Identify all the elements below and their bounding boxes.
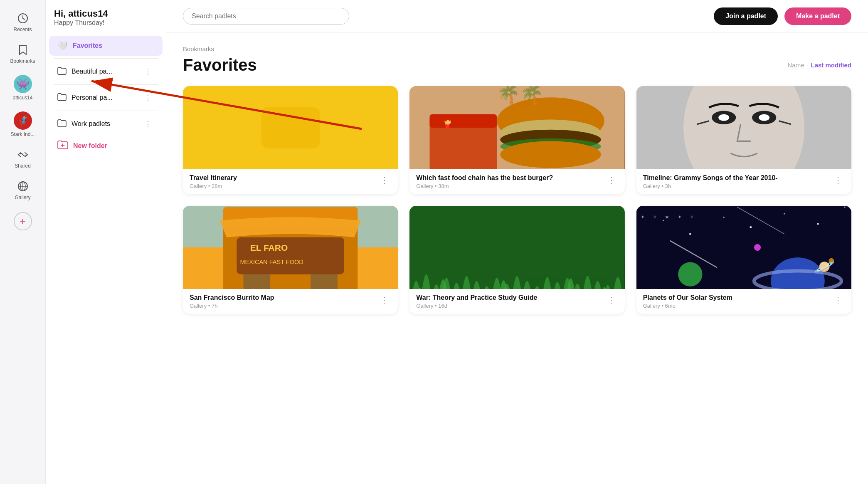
shared-label: Shared — [15, 163, 31, 169]
new-folder-icon — [57, 140, 68, 151]
padlet-info-burrito: San Francisco Burrito Map Gallery • 7h ⋮ — [183, 289, 398, 314]
favorites-label: Favorites — [73, 42, 154, 49]
svg-rect-11 — [430, 114, 497, 128]
svg-point-56 — [678, 262, 702, 286]
padlet-menu-burrito[interactable]: ⋮ — [378, 294, 391, 306]
padlet-menu-war[interactable]: ⋮ — [605, 294, 618, 306]
greeting-sub: Happy Thursday! — [54, 19, 158, 27]
padlet-menu-travel[interactable]: ⋮ — [378, 174, 391, 186]
padlet-card-fast-food[interactable]: 🍟 🌴🌴 Which fast food chain has the best … — [409, 86, 624, 194]
folder-divider-3 — [54, 111, 158, 111]
svg-point-59 — [829, 258, 834, 264]
breadcrumb: Bookmarks — [183, 45, 851, 52]
folder-divider-1 — [54, 58, 158, 59]
padlet-grid: Travel Itinerary Gallery • 28m ⋮ 🍟 — [183, 86, 851, 314]
padlet-name-war: War: Theory and Practice Study Guide — [416, 294, 537, 301]
sidebar-folders: Hi, atticus14 Happy Thursday! 🤍 Favorite… — [46, 0, 166, 484]
padlet-menu-grammy[interactable]: ⋮ — [831, 174, 845, 186]
folder-icon-beautiful — [57, 67, 67, 77]
new-folder-label: New folder — [73, 142, 107, 150]
stark-label: Stark Ind... — [10, 131, 35, 137]
sidebar-item-gallery[interactable]: Gallery — [4, 176, 42, 204]
svg-point-48 — [817, 223, 819, 225]
svg-text:MEXICAN FAST FOOD: MEXICAN FAST FOOD — [240, 259, 303, 265]
svg-rect-32 — [243, 274, 270, 289]
work-padlets-menu[interactable]: ⋮ — [142, 119, 154, 129]
padlet-info-war: War: Theory and Practice Study Guide Gal… — [409, 289, 624, 314]
padlet-info-travel: Travel Itinerary Gallery • 28m ⋮ — [183, 169, 398, 194]
svg-point-43 — [663, 220, 664, 221]
padlet-card-burrito[interactable]: EL FARO MEXICAN FAST FOOD San Francisco … — [183, 206, 398, 314]
svg-text:🌴🌴: 🌴🌴 — [497, 86, 544, 106]
gallery-label: Gallery — [15, 195, 30, 200]
svg-point-44 — [689, 233, 691, 235]
sidebar-item-stark-ind[interactable]: 🦸 Stark Ind... — [4, 108, 42, 141]
search-input[interactable] — [183, 8, 349, 25]
shared-icon — [16, 148, 30, 161]
add-padlet-button[interactable]: + — [14, 212, 32, 230]
padlet-meta-burrito: Gallery • 7h — [190, 303, 274, 309]
sidebar-item-atticus14[interactable]: 👾 atticus14 — [4, 72, 42, 104]
gallery-icon — [16, 180, 30, 193]
greeting: Hi, atticus14 Happy Thursday! — [46, 8, 166, 35]
beautiful-pa-menu[interactable]: ⋮ — [142, 66, 154, 77]
sidebar-item-personal-pa[interactable]: Personal pa... ⋮ — [49, 87, 163, 108]
make-padlet-button[interactable]: Make a padlet — [784, 7, 851, 25]
favorites-icon: 🤍 — [57, 41, 68, 51]
sort-by-last-modified[interactable]: Last modified — [811, 62, 851, 69]
padlet-menu-solar[interactable]: ⋮ — [831, 294, 845, 306]
padlet-name-grammy: Timeline: Grammy Songs of the Year 2010- — [643, 174, 778, 182]
padlet-thumbnail-restaurant: EL FARO MEXICAN FAST FOOD — [183, 206, 398, 289]
folder-icon-work — [57, 119, 67, 129]
padlet-name-solar: Planets of Our Solar System — [643, 294, 732, 301]
padlet-card-war-theory[interactable]: War: Theory and Practice Study Guide Gal… — [409, 206, 624, 314]
page-title: Favorites — [183, 56, 257, 74]
work-padlets-label: Work padlets — [72, 120, 142, 128]
svg-text:🍟: 🍟 — [443, 119, 453, 128]
padlet-thumbnail-travel — [183, 86, 398, 169]
sidebar-item-beautiful-pa[interactable]: Beautiful pa... ⋮ — [49, 61, 163, 82]
page-title-row: Favorites Name Last modified — [183, 56, 851, 74]
recents-icon — [16, 12, 30, 25]
padlet-meta-war: Gallery • 16d — [416, 303, 537, 309]
padlet-thumbnail-adele — [636, 86, 851, 169]
sort-by-name[interactable]: Name — [787, 62, 804, 69]
padlet-thumbnail-grass — [409, 206, 624, 289]
svg-rect-33 — [311, 274, 338, 289]
sidebar-item-work-padlets[interactable]: Work padlets ⋮ — [49, 114, 163, 134]
sidebar-item-favorites[interactable]: 🤍 Favorites — [49, 36, 163, 56]
svg-rect-8 — [261, 107, 320, 148]
padlet-card-travel-itinerary[interactable]: Travel Itinerary Gallery • 28m ⋮ — [183, 86, 398, 194]
padlet-card-grammy[interactable]: Timeline: Grammy Songs of the Year 2010-… — [636, 86, 851, 194]
padlet-info-burger: Which fast food chain has the best burge… — [409, 169, 624, 194]
svg-point-24 — [759, 114, 769, 121]
padlet-name-burrito: San Francisco Burrito Map — [190, 294, 274, 301]
svg-point-49 — [844, 206, 845, 207]
padlet-thumbnail-burger: 🍟 🌴🌴 — [409, 86, 624, 169]
svg-text:EL FARO: EL FARO — [250, 243, 288, 252]
greeting-hi: Hi, atticus14 — [54, 8, 158, 19]
svg-point-57 — [754, 244, 761, 251]
padlet-menu-burger[interactable]: ⋮ — [605, 174, 618, 186]
beautiful-pa-label: Beautiful pa... — [72, 68, 142, 75]
content-area: Bookmarks Favorites Name Last modified — [166, 33, 868, 484]
padlet-meta-grammy: Gallery • 3h — [643, 183, 778, 189]
sidebar-item-shared[interactable]: Shared — [4, 145, 42, 172]
personal-pa-menu[interactable]: ⋮ — [142, 92, 154, 103]
join-padlet-button[interactable]: Join a padlet — [714, 7, 778, 25]
svg-point-17 — [501, 141, 601, 168]
padlet-info-grammy: Timeline: Grammy Songs of the Year 2010-… — [636, 169, 851, 194]
padlet-name-burger: Which fast food chain has the best burge… — [416, 174, 553, 182]
sort-options: Name Last modified — [787, 62, 851, 69]
svg-point-47 — [784, 213, 785, 215]
recents-label: Recents — [13, 27, 32, 32]
svg-point-46 — [750, 226, 752, 228]
padlet-card-solar[interactable]: Planets of Our Solar System Gallery • 6m… — [636, 206, 851, 314]
folder-divider-2 — [54, 84, 158, 85]
sidebar-item-bookmarks[interactable]: Bookmarks — [4, 40, 42, 67]
bookmarks-label: Bookmarks — [10, 58, 35, 64]
sidebar-item-recents[interactable]: Recents — [4, 8, 42, 36]
new-folder-button[interactable]: New folder — [49, 135, 163, 156]
stark-avatar: 🦸 — [14, 111, 32, 130]
padlet-meta-burger: Gallery • 38m — [416, 183, 553, 189]
